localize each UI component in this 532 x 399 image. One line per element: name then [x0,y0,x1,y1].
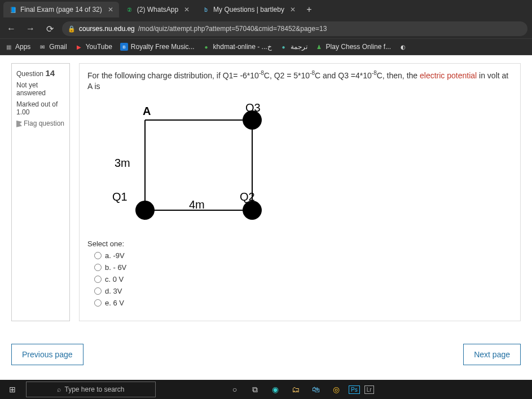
question-number: Question 14 [16,68,65,78]
explorer-icon[interactable]: 🗂 [288,382,304,397]
bookmarks-bar: ▦Apps ✉Gmail ▶YouTube BRoyalty Free Musi… [0,38,532,55]
lightroom-icon[interactable]: Lr [364,382,374,397]
option-c[interactable]: c. 0 V [94,275,512,283]
tab-label: (2) WhatsApp [137,6,178,14]
question-status: Not yet answered [16,81,65,97]
charge-q3 [243,110,262,130]
taskbar-search[interactable]: ⌕ Type here to search [26,382,156,397]
globe-icon: ● [203,43,210,51]
option-label: e. 6 V [105,299,124,307]
option-e[interactable]: e. 6 V [94,299,512,307]
store-icon[interactable]: 🛍 [308,382,324,397]
reload-button[interactable]: ⟳ [43,22,56,36]
marked-out-of: Marked out of1.00 [16,100,65,116]
charge-q2 [243,201,262,220]
previous-page-button[interactable]: Previous page [11,344,83,365]
radio-b[interactable] [94,264,102,271]
search-icon: ⌕ [57,385,61,393]
pager: Previous page Next page [0,327,532,375]
gmail-icon: ✉ [38,43,46,51]
tab-label: My Questions | bartleby [213,6,284,14]
url-input[interactable]: 🔒 courses.nu.edu.eg/mod/quiz/attempt.php… [62,21,527,36]
forward-button[interactable]: → [24,22,37,36]
question-body: For the following charge distribution, i… [79,63,521,321]
photoshop-icon[interactable]: Ps [349,382,360,397]
question-nav: Question 14 Not yet answered Marked out … [11,63,70,321]
option-label: b. - 6V [105,263,126,272]
tab-whatsapp[interactable]: ② (2) WhatsApp ✕ [120,2,195,17]
option-label: c. 0 V [105,275,124,283]
option-d[interactable]: d. 3V [94,287,512,295]
tab-bartleby[interactable]: b My Questions | bartleby ✕ [196,2,301,17]
charge-diagram: A Q3 3m 4m Q1 Q2 [104,100,512,232]
apps-icon: ▦ [5,43,12,51]
bm-label: Apps [15,43,30,51]
option-a[interactable]: a. -9V [94,251,512,260]
bm-label: Play Chess Online f... [326,43,391,51]
label-4m: 4m [189,198,205,211]
close-icon[interactable]: ✕ [290,6,296,14]
radio-a[interactable] [94,252,102,259]
label-a: A [143,105,151,117]
chrome-icon[interactable]: ◎ [328,382,344,397]
option-b[interactable]: b. - 6V [94,263,512,272]
radio-d[interactable] [94,287,102,295]
bm-label: Gmail [49,43,67,51]
address-bar: ← → ⟳ 🔒 courses.nu.edu.eg/mod/quiz/attem… [0,19,532,38]
flag-question-button[interactable]: Flag question [16,119,65,127]
select-one-label: Select one: [87,240,512,248]
tab-final-exam[interactable]: 📘 Final Exam (page 14 of 32) ✕ [3,2,119,17]
bm-label: khdmat-online - ...خ [213,43,272,51]
flag-icon [16,121,22,127]
tabs-bar: 📘 Final Exam (page 14 of 32) ✕ ② (2) Wha… [0,0,532,19]
option-label: a. -9V [105,251,125,260]
task-view-icon[interactable]: ⧉ [247,382,263,397]
taskbar: ⊞ ⌕ Type here to search ○ ⧉ ◉ 🗂 🛍 ◎ Ps L… [0,380,532,399]
bm-label: Royalty Free Music... [131,43,195,51]
new-tab-button[interactable]: + [302,3,316,16]
music-icon: B [120,43,128,51]
cortana-icon[interactable]: ○ [227,382,243,397]
apps-button[interactable]: ▦Apps [5,43,30,51]
bookmark-more[interactable]: ◐ [399,43,407,51]
question-text: For the following charge distribution, i… [87,69,512,92]
label-3m: 3m [115,157,130,169]
lock-icon: 🔒 [68,25,76,33]
options-list: a. -9V b. - 6V c. 0 V d. 3V e. 6 V [87,251,512,307]
bm-label: ترجمة [291,43,307,51]
url-domain: courses.nu.edu.eg [79,25,135,33]
close-icon[interactable]: ✕ [108,6,113,14]
label-q2: Q2 [240,190,255,203]
bookmark-royalty[interactable]: BRoyalty Free Music... [120,43,195,51]
edge-icon[interactable]: ◉ [267,382,283,397]
search-placeholder: Type here to search [64,385,124,393]
tab-label: Final Exam (page 14 of 32) [20,6,102,14]
next-page-button[interactable]: Next page [463,344,521,365]
youtube-icon: ▶ [75,43,83,51]
bookmark-tarjama[interactable]: ●ترجمة [280,43,307,51]
charge-q1 [135,201,155,220]
url-path: /mod/quiz/attempt.php?attempt=57040&cmid… [138,25,327,33]
moodle-icon: 📘 [9,6,17,14]
bm-label: YouTube [86,43,112,51]
bookmark-khdmat[interactable]: ●khdmat-online - ...خ [203,43,272,51]
bookmark-chess[interactable]: ♟Play Chess Online f... [315,43,391,51]
option-label: d. 3V [105,287,122,295]
bartleby-icon: b [202,6,210,14]
more-icon: ◐ [399,43,407,51]
chess-icon: ♟ [315,43,323,51]
close-icon[interactable]: ✕ [184,6,190,14]
start-button[interactable]: ⊞ [3,382,21,397]
translate-icon: ● [280,43,288,51]
bookmark-gmail[interactable]: ✉Gmail [38,43,67,51]
radio-e[interactable] [94,299,102,307]
whatsapp-icon: ② [126,6,134,14]
bookmark-youtube[interactable]: ▶YouTube [75,43,112,51]
radio-c[interactable] [94,276,102,283]
back-button[interactable]: ← [5,22,18,36]
label-q1: Q1 [112,190,127,203]
